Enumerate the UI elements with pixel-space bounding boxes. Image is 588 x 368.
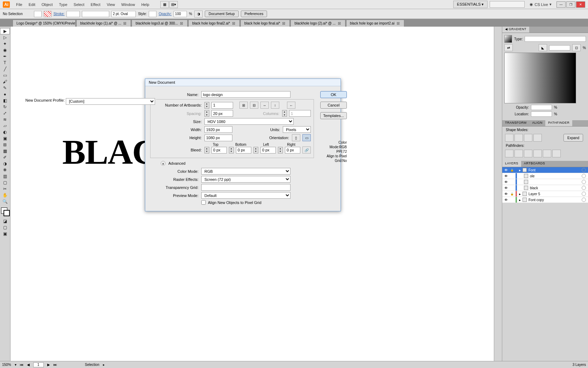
- exclude-icon[interactable]: [533, 134, 542, 142]
- align-tab[interactable]: ALIGN: [530, 120, 546, 126]
- visibility-icon[interactable]: 👁: [504, 174, 509, 178]
- artboards-tab[interactable]: ARTBOARDS: [521, 161, 548, 167]
- artboard-nav-last[interactable]: ⏭: [54, 363, 57, 367]
- col-icon[interactable]: ↕: [271, 102, 279, 109]
- bleed-right-input[interactable]: [285, 147, 300, 154]
- gradient-preview[interactable]: [504, 53, 576, 103]
- tab-0[interactable]: Logo Design* @ 150% (CMYK/Preview)⊠: [13, 20, 76, 27]
- gradient-aspect-icon[interactable]: ⊡: [572, 44, 581, 51]
- fill-swatch[interactable]: [34, 11, 42, 17]
- columns-input[interactable]: [289, 110, 311, 117]
- divide-icon[interactable]: [505, 150, 513, 157]
- target-icon[interactable]: [582, 174, 586, 178]
- stroke-weight-input[interactable]: [66, 11, 80, 17]
- link-bleed-icon[interactable]: 🔗: [302, 146, 311, 154]
- close-icon[interactable]: ⊠: [179, 21, 184, 26]
- grid-by-row-icon[interactable]: ⊞: [239, 102, 248, 109]
- bleed-top-input[interactable]: [211, 147, 227, 154]
- menu-file[interactable]: File: [13, 1, 25, 8]
- artboard-number-input[interactable]: [33, 362, 44, 367]
- preview-dropdown[interactable]: Default: [201, 192, 290, 199]
- mesh-tool[interactable]: ⊞: [0, 142, 10, 148]
- lock-icon[interactable]: 🔒: [510, 192, 514, 196]
- target-icon[interactable]: [582, 198, 586, 202]
- raster-dropdown[interactable]: Screen (72 ppi): [201, 176, 290, 183]
- row-icon[interactable]: ↔: [260, 102, 269, 109]
- size-dropdown[interactable]: HDV 1080: [204, 118, 294, 125]
- hand-tool[interactable]: ✋: [0, 192, 10, 198]
- unite-icon[interactable]: [505, 134, 513, 142]
- bleed-bottom-stepper[interactable]: ▴▾: [229, 147, 234, 154]
- spacing-stepper[interactable]: ▴▾: [204, 110, 209, 117]
- eraser-tool[interactable]: ◧: [0, 97, 10, 104]
- lock-icon[interactable]: 🔒: [510, 169, 514, 172]
- transgrid-dropdown[interactable]: Off: [201, 184, 290, 191]
- lasso-tool[interactable]: ◉: [0, 47, 10, 53]
- height-input[interactable]: [204, 135, 232, 141]
- pathfinder-tab[interactable]: PATHFINDER: [545, 120, 572, 126]
- rotate-tool[interactable]: ↻: [0, 104, 10, 110]
- profile-dropdown[interactable]: [Custom]: [66, 98, 155, 105]
- menu-help[interactable]: Help: [139, 1, 152, 8]
- menu-type[interactable]: Type: [56, 1, 70, 8]
- gradient-angle-input[interactable]: [549, 45, 570, 50]
- graph-tool[interactable]: ▥: [0, 173, 10, 179]
- reverse-gradient-icon[interactable]: ⇄: [504, 44, 513, 51]
- rtl-icon[interactable]: ←: [287, 102, 295, 109]
- screen-mode-icon[interactable]: ▢: [0, 224, 10, 231]
- free-transform-tool[interactable]: ▱: [0, 123, 10, 129]
- cancel-button[interactable]: Cancel: [320, 102, 347, 109]
- disclosure-icon[interactable]: ▸: [518, 198, 522, 202]
- close-icon[interactable]: ⊠: [396, 21, 400, 26]
- disclosure-icon[interactable]: ▸: [518, 192, 522, 196]
- portrait-icon[interactable]: ▯: [292, 134, 300, 141]
- magic-wand-tool[interactable]: ✦: [0, 41, 10, 47]
- opacity-label[interactable]: Opacity:: [159, 12, 172, 16]
- document-setup-button[interactable]: Document Setup: [205, 11, 239, 17]
- gradient-opacity-input[interactable]: [531, 105, 552, 110]
- stroke-label[interactable]: Stroke:: [54, 12, 65, 16]
- stroke-swatch[interactable]: [44, 11, 51, 17]
- gradient-tool[interactable]: ▦: [0, 148, 10, 154]
- slice-tool[interactable]: ✂: [0, 186, 10, 192]
- menu-object[interactable]: Object: [39, 1, 56, 8]
- artboard-tool[interactable]: ▢: [0, 179, 10, 186]
- target-icon[interactable]: [582, 186, 586, 190]
- symbol-sprayer-tool[interactable]: ❋: [0, 167, 10, 173]
- outline-icon[interactable]: [543, 150, 551, 157]
- cslive-button[interactable]: ◉ CS Live ▾: [527, 1, 554, 8]
- colormode-dropdown[interactable]: RGB: [201, 168, 290, 175]
- menu-effect[interactable]: Effect: [88, 1, 103, 8]
- gradient-tab[interactable]: ◀ GRADIENT: [502, 27, 529, 33]
- bleed-bottom-input[interactable]: [236, 147, 251, 154]
- tab-3[interactable]: black hole logo final2.ai*⊠: [188, 20, 240, 27]
- grid-by-col-icon[interactable]: ⊟: [250, 102, 258, 109]
- collapsed-panel-strip[interactable]: [494, 27, 502, 361]
- rectangle-tool[interactable]: ▭: [0, 72, 10, 79]
- width-tool[interactable]: ≋: [0, 116, 10, 123]
- menu-window[interactable]: Window: [119, 1, 138, 8]
- zoom-level[interactable]: 150%: [2, 363, 11, 367]
- tab-4[interactable]: black hole logo final.ai*⊠: [240, 20, 290, 27]
- type-tool[interactable]: T: [0, 60, 10, 66]
- tab-6[interactable]: black hole logo ae import2.ai⊠: [346, 20, 404, 27]
- units-dropdown[interactable]: Pixels: [283, 126, 311, 133]
- layer-row[interactable]: 👁▸Font copy: [502, 197, 588, 203]
- blob-brush-tool[interactable]: ●: [0, 91, 10, 97]
- fill-stroke-control[interactable]: [0, 207, 10, 218]
- close-icon[interactable]: ⊠: [231, 21, 236, 26]
- window-maximize[interactable]: ❐: [566, 1, 575, 8]
- selection-tool[interactable]: ▶: [0, 28, 10, 34]
- disclosure-icon[interactable]: ▸: [518, 168, 522, 172]
- visibility-icon[interactable]: 👁: [504, 180, 509, 184]
- layer-row[interactable]: 👁🔒▸Layer 5: [502, 191, 588, 197]
- layer-row[interactable]: 👁black: [502, 185, 588, 191]
- preferences-button[interactable]: Preferences: [241, 11, 267, 17]
- shape-builder-tool[interactable]: ◐: [0, 129, 10, 135]
- tab-1[interactable]: blackhole logo (1).ai* @ ...⊠: [76, 20, 131, 27]
- gradient-swatch[interactable]: [504, 35, 512, 43]
- weight-profile-input[interactable]: [111, 11, 136, 17]
- intersect-icon[interactable]: [524, 134, 532, 142]
- close-icon[interactable]: ⊠: [337, 21, 342, 26]
- paintbrush-tool[interactable]: 🖌: [0, 79, 10, 85]
